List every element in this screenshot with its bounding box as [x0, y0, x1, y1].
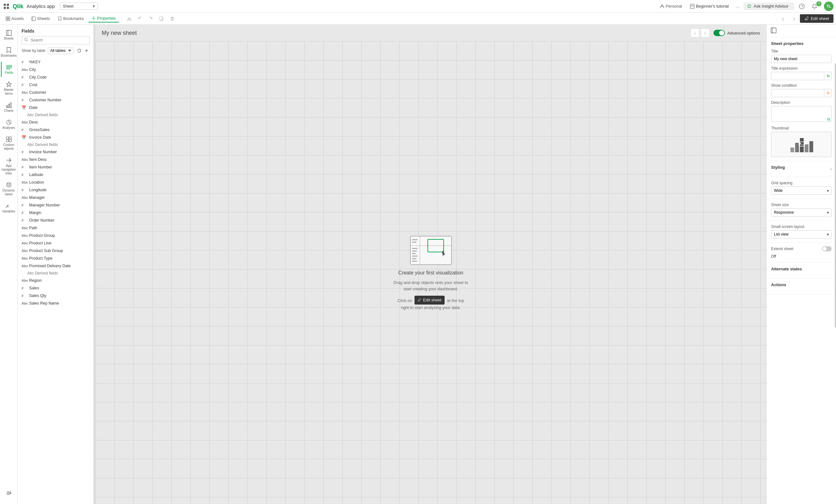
title-input[interactable]: [771, 55, 832, 63]
description-textarea[interactable]: [771, 106, 832, 122]
nav-label-master-items: Master items: [2, 88, 16, 96]
undo-button[interactable]: [135, 14, 145, 23]
svg-rect-30: [7, 65, 12, 66]
fx-button-title[interactable]: fx: [824, 73, 832, 79]
all-tables-select[interactable]: All tables: [48, 47, 74, 54]
nav-item-fields[interactable]: Fields: [1, 61, 17, 77]
toolbar-sheets[interactable]: Sheets: [28, 15, 53, 22]
field-name: Invoice Date: [29, 135, 51, 140]
field-item[interactable]: # Cost: [18, 81, 93, 89]
nav-item-variables[interactable]: x Variables: [1, 200, 17, 216]
grid-canvas[interactable]: Create your first visualization Drag and…: [95, 41, 766, 504]
app-grid-icon[interactable]: [2, 2, 10, 10]
thumbnail-box[interactable]: [771, 132, 832, 157]
fx-button-description[interactable]: fx: [828, 117, 830, 121]
field-item[interactable]: # GrossSales: [18, 126, 93, 134]
field-item[interactable]: # Item Number: [18, 163, 93, 171]
sheet-size-select[interactable]: Responsive Custom: [771, 208, 832, 216]
extend-sheet-toggle[interactable]: [822, 246, 832, 251]
more-button[interactable]: ...: [734, 2, 741, 10]
cut-button[interactable]: [125, 14, 134, 23]
derived-fields-item[interactable]: Abc Derived fields: [18, 141, 93, 148]
avatar[interactable]: TL: [824, 2, 834, 11]
nav-item-bookmarks[interactable]: Bookmarks: [1, 44, 17, 60]
field-item[interactable]: # Manager Number: [18, 201, 93, 209]
svg-text:x: x: [6, 203, 9, 208]
personal-button[interactable]: Personal: [658, 2, 684, 10]
grid-spacing-select[interactable]: Wide Medium Narrow: [771, 187, 832, 195]
field-name: Customer: [29, 90, 46, 95]
canvas-prev-button[interactable]: ‹: [691, 28, 700, 37]
refresh-icon[interactable]: [76, 47, 82, 55]
toolbar-bookmarks[interactable]: Bookmarks: [55, 15, 87, 22]
field-type: #: [21, 218, 27, 222]
help-button[interactable]: ?: [797, 1, 807, 12]
derived-fields-item[interactable]: Abc Derived fields: [18, 270, 93, 277]
delete-button[interactable]: [168, 14, 177, 23]
edit-sheet-button[interactable]: Edit sheet: [800, 14, 834, 23]
field-item[interactable]: # Customer Number: [18, 96, 93, 104]
field-item[interactable]: Abc Region: [18, 277, 93, 284]
field-item[interactable]: # %KEY: [18, 58, 93, 66]
field-item[interactable]: Abc Sales Rep Name: [18, 299, 93, 307]
derived-fields-item[interactable]: Abc Derived fields: [18, 112, 93, 118]
tutorial-button[interactable]: Beginner's tutorial: [687, 2, 732, 10]
field-item[interactable]: Abc Path: [18, 224, 93, 232]
field-item[interactable]: # Invoice Number: [18, 148, 93, 156]
show-condition-input[interactable]: [772, 89, 824, 97]
field-item[interactable]: Abc Product Sub Group: [18, 247, 93, 254]
copy-button[interactable]: [157, 14, 166, 23]
field-item[interactable]: # Order Number: [18, 216, 93, 224]
field-item[interactable]: # Margin: [18, 209, 93, 216]
field-item[interactable]: Abc Customer: [18, 89, 93, 96]
collapse-nav-button[interactable]: [1, 487, 17, 502]
field-item[interactable]: Abc Promised Delivery Date: [18, 262, 93, 270]
fields-panel: Fields Show by table All tables: [18, 25, 94, 504]
field-item[interactable]: # City Code: [18, 74, 93, 81]
advanced-options-toggle[interactable]: [714, 30, 725, 36]
redo-button[interactable]: [146, 14, 155, 23]
nav-item-dynamic-views[interactable]: Dynamic views: [1, 179, 17, 199]
fx-button-show-condition[interactable]: fx: [824, 90, 832, 97]
field-item[interactable]: # Latitude: [18, 171, 93, 178]
field-item[interactable]: Abc Location: [18, 178, 93, 186]
field-item[interactable]: Abc Item Desc: [18, 156, 93, 163]
field-type: Abc: [21, 234, 27, 237]
field-item[interactable]: Abc Manager: [18, 194, 93, 201]
add-field-icon[interactable]: [83, 47, 90, 55]
sheet-size-section: Sheet size Responsive Custom: [767, 199, 836, 221]
field-item[interactable]: Abc Product Group: [18, 232, 93, 239]
title-expression-input[interactable]: [772, 72, 824, 80]
styling-expand-icon[interactable]: ›: [830, 167, 832, 171]
field-item[interactable]: Abc Desc: [18, 118, 93, 126]
field-item[interactable]: 📅 Invoice Date: [18, 134, 93, 141]
field-item[interactable]: Abc Product Line: [18, 239, 93, 247]
sheets-nav-icon: [6, 30, 12, 36]
nav-item-custom-objects[interactable]: Custom objects: [1, 134, 17, 153]
nav-item-app-navigation-links[interactable]: App navigation links: [1, 155, 17, 178]
toolbar-assets[interactable]: Assets: [2, 15, 27, 22]
svg-rect-31: [7, 67, 12, 68]
field-item[interactable]: Abc Product Type: [18, 254, 93, 262]
nav-item-master-items[interactable]: Master items: [1, 78, 17, 98]
field-item[interactable]: # Sales: [18, 284, 93, 292]
undo-nav-button[interactable]: [778, 14, 788, 23]
insight-advisor-button[interactable]: Ask Insight Advisor: [743, 2, 794, 10]
small-screen-select[interactable]: List view Scroll view: [771, 230, 832, 238]
nav-item-charts[interactable]: Charts: [1, 99, 17, 115]
canvas-next-button[interactable]: ›: [701, 28, 710, 37]
svg-rect-38: [9, 137, 12, 139]
edit-sheet-inline-button[interactable]: Edit sheet: [415, 296, 444, 305]
nav-item-sheets[interactable]: Sheets: [1, 27, 17, 43]
search-input[interactable]: [21, 36, 90, 44]
field-item[interactable]: Abc City: [18, 66, 93, 74]
title-expression-label: Title expression: [771, 66, 832, 71]
field-item[interactable]: # Sales Qty: [18, 292, 93, 299]
field-name: Promised Delivery Date: [29, 264, 71, 268]
field-item[interactable]: 📅 Date: [18, 104, 93, 112]
toolbar-properties[interactable]: Properties: [88, 15, 119, 22]
redo-nav-button[interactable]: [789, 14, 799, 23]
field-item[interactable]: # Longitude: [18, 186, 93, 194]
nav-item-analyses[interactable]: Analyses: [1, 116, 17, 132]
sheet-dropdown[interactable]: Sheet ▾: [60, 2, 98, 10]
